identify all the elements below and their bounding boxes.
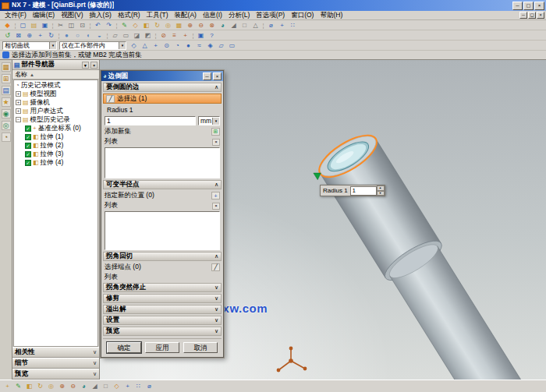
rotate-view[interactable]: ↻ <box>46 31 56 40</box>
checkbox-checked-icon[interactable]: ✓ <box>25 143 31 149</box>
spinner-down-icon[interactable]: ▾ <box>377 191 385 196</box>
start-menu[interactable]: ◆ <box>2 21 12 30</box>
tree-item-extrude-2[interactable]: ✓ ◧ 拉伸 (2) <box>14 141 98 150</box>
navigator-section-bar[interactable]: 预览 ∨ <box>12 369 99 380</box>
panel-menu-button[interactable]: ▾ <box>82 62 89 69</box>
checkbox-checked-icon[interactable]: ✓ <box>25 125 31 132</box>
section-corner-setback[interactable]: 拐角回切 ∧ <box>103 252 222 261</box>
revolve-tool[interactable]: ↻ <box>35 382 45 390</box>
expand-icon[interactable]: + <box>16 91 21 97</box>
hole-tool[interactable]: ◎ <box>46 382 56 390</box>
snap-datum-plane[interactable]: ▭ <box>227 41 237 50</box>
curve-rule-combo[interactable]: 相切曲线 ▾ <box>2 41 57 50</box>
collapse-icon[interactable]: − <box>16 117 21 122</box>
revolve[interactable]: ↻ <box>152 21 162 30</box>
endpoint-select-icon[interactable]: ╱ <box>211 263 220 271</box>
chamfer-tool[interactable]: ◢ <box>90 382 100 390</box>
graphics-viewport[interactable]: www.rjzxw.com Radius 1 ▴ ▾ ◕ 边倒圆 <box>100 60 546 380</box>
extrude-tool[interactable]: ◧ <box>24 382 34 390</box>
top-view[interactable]: ▭ <box>121 31 131 40</box>
expand-icon[interactable]: + <box>16 108 21 114</box>
face-analysis[interactable]: ◒ <box>94 31 105 40</box>
edge-set-list[interactable] <box>105 147 220 178</box>
section-edges-to-blend[interactable]: 要倒圆的边 ∧ <box>103 83 222 92</box>
sketch[interactable]: ✎ <box>119 21 129 30</box>
assembly-navigator[interactable]: ▦ <box>2 62 11 72</box>
menu-item[interactable]: 视图(V) <box>58 11 86 20</box>
zoom-view[interactable]: ⊕ <box>24 31 34 40</box>
menu-item[interactable]: 首选项(P) <box>253 11 288 20</box>
menu-item[interactable]: 装配(A) <box>172 11 200 20</box>
select-endpoint-row[interactable]: 选择端点 (0) ╱ <box>103 263 222 272</box>
datum-plane-tool[interactable]: ◇ <box>112 382 122 390</box>
window-minimize-button[interactable]: ─ <box>512 2 523 10</box>
add-new-set-row[interactable]: 添加新集 ⊞ <box>103 127 222 136</box>
shaded-view[interactable]: ● <box>62 31 72 40</box>
navigator-section-bar[interactable]: 相关性 ∨ <box>12 347 99 358</box>
studio-view[interactable]: ◐ <box>83 31 94 40</box>
tree-item-model-views[interactable]: + ▤ 模型视图 <box>14 90 98 98</box>
redo[interactable]: ↷ <box>104 21 114 30</box>
variable-radius-list[interactable] <box>105 211 220 250</box>
move-tool[interactable]: + <box>122 382 133 390</box>
history-palette[interactable]: ◔ <box>2 132 11 142</box>
trim-body[interactable]: △ <box>250 21 261 30</box>
dialog-section-collapsed[interactable]: 溢出解 ∨ <box>103 305 222 314</box>
snap-bounded-plane[interactable]: ▱ <box>216 41 226 50</box>
panel-close-button[interactable]: × <box>90 62 98 69</box>
cancel-button[interactable]: 取消 <box>183 342 218 353</box>
child-minimize-button[interactable]: ─ <box>519 12 527 19</box>
dialog-section-collapsed[interactable]: 预览 ∨ <box>103 327 222 336</box>
select-edge-row[interactable]: ╱ 选择边 (1) <box>103 94 222 104</box>
tree-item-extrude-1[interactable]: ✓ ◧ 拉伸 (1) <box>14 132 98 141</box>
child-restore-button[interactable]: ▢ <box>528 12 536 19</box>
part-navigator[interactable]: ▤ <box>2 86 11 95</box>
point-dialog-icon[interactable]: + <box>211 192 220 200</box>
snap-endpoint[interactable]: ◇ <box>129 41 139 50</box>
help[interactable]: ? <box>207 31 217 40</box>
navigator-section-bar[interactable]: 细节 ∨ <box>12 358 99 369</box>
snap-intersection[interactable]: ⊙ <box>161 41 172 50</box>
tree-item-user-expressions[interactable]: + ▤ 用户表达式 <box>14 107 98 115</box>
wireframe-view[interactable]: ○ <box>73 31 83 40</box>
edge-blend-tool[interactable]: ◕ <box>79 382 89 390</box>
wcs-display[interactable]: + <box>180 31 190 40</box>
menu-item[interactable]: 帮助(H) <box>317 11 346 20</box>
show-hide[interactable]: ⊘ <box>158 31 168 40</box>
ok-button[interactable]: 确定 <box>107 342 141 353</box>
view-triad[interactable] <box>272 345 310 378</box>
menu-item[interactable]: 格式(R) <box>115 11 144 20</box>
apply-button[interactable]: 应用 <box>145 342 179 353</box>
chevron-down-icon[interactable]: ▾ <box>49 42 56 49</box>
dialog-section-collapsed[interactable]: 修剪 ∨ <box>103 294 222 303</box>
navigator-column-header[interactable]: 名称 ▲ <box>12 70 99 79</box>
tree-item-extrude-3[interactable]: ✓ ◧ 拉伸 (3) <box>14 150 98 158</box>
paste[interactable]: ⊡ <box>77 21 87 30</box>
add-new-set-icon[interactable]: ⊞ <box>211 128 220 136</box>
unite-tool[interactable]: ⊕ <box>57 382 67 390</box>
subtract-tool[interactable]: ⊖ <box>68 382 78 390</box>
sketch-tool[interactable]: ✎ <box>13 382 23 390</box>
snap-midpoint[interactable]: △ <box>140 41 150 50</box>
measure[interactable]: ⌀ <box>266 21 276 30</box>
isometric-view[interactable]: ◪ <box>132 31 142 40</box>
edge-blend[interactable]: ◕ <box>218 21 228 30</box>
front-view[interactable]: ▱ <box>110 31 120 40</box>
radius-input[interactable] <box>105 116 196 125</box>
cut[interactable]: ✂ <box>55 21 66 30</box>
save-file[interactable]: ▣ <box>40 21 50 30</box>
refresh-view[interactable]: ↺ <box>2 31 12 40</box>
section-variable-radius[interactable]: 可变半径点 ∧ <box>103 180 222 189</box>
checkbox-checked-icon[interactable]: ✓ <box>25 151 31 157</box>
trimetric-view[interactable]: ◩ <box>143 31 153 40</box>
move-object[interactable]: + <box>277 21 287 30</box>
datum-plane[interactable]: ◇ <box>130 21 140 30</box>
selection-scope-combo[interactable]: 仅在工作部件内 ▾ <box>59 41 126 50</box>
snap-control-point[interactable]: + <box>151 41 161 50</box>
remove-item-icon[interactable]: × <box>212 139 220 146</box>
shell-tool[interactable]: □ <box>101 382 111 390</box>
dialog-title-bar[interactable]: ◕ 边倒圆 ─ × <box>101 71 223 81</box>
onscreen-radius-input[interactable]: Radius 1 ▴ ▾ <box>320 185 385 196</box>
checkbox-checked-icon[interactable]: ✓ <box>25 134 31 140</box>
intersect[interactable]: ⊗ <box>207 21 217 30</box>
